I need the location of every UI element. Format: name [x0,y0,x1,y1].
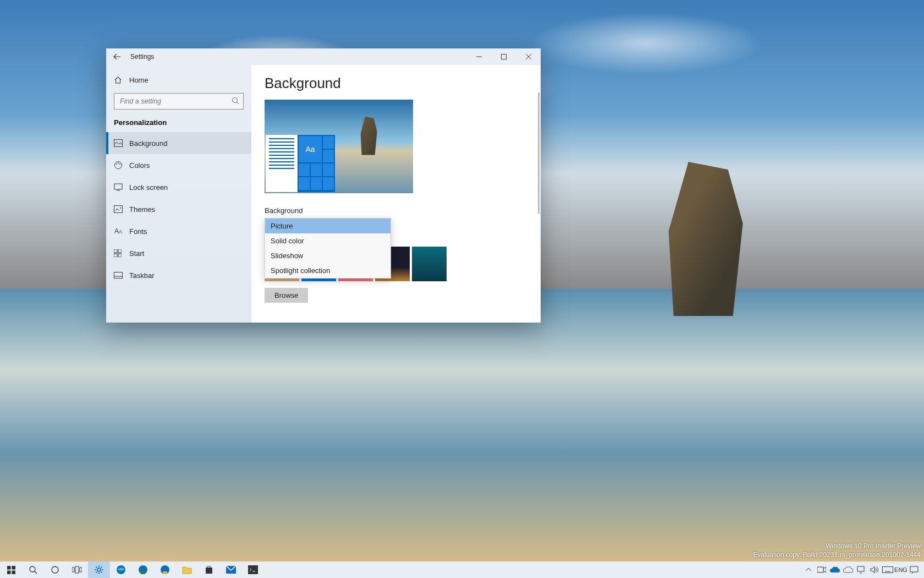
svg-point-7 [118,162,119,163]
background-preview: Aa [265,100,413,193]
sidebar-item-start[interactable]: Start [106,242,251,264]
back-button[interactable] [106,48,128,65]
fonts-icon: AA [114,227,123,235]
tray-network[interactable] [855,561,868,578]
edge-dev-icon [138,565,148,575]
background-dropdown-open[interactable]: Picture Solid color Slideshow Spotlight … [265,218,391,279]
task-view-button[interactable] [66,561,88,578]
watermark-line2: Evaluation copy. Build 20231.rs_prerelea… [753,550,921,559]
picture-icon [114,139,123,147]
volume-icon [870,566,879,574]
cortana-button[interactable] [44,561,66,578]
scrollbar[interactable] [538,92,540,214]
dropdown-option-picture[interactable]: Picture [265,219,391,233]
store-icon [205,565,213,574]
svg-line-3 [237,102,239,105]
sample-text-tile: Aa [299,136,322,162]
watermark-line1: Windows 10 Pro Insider Preview [753,542,921,550]
browse-button[interactable]: Browse [265,288,308,303]
picture-thumb-5[interactable] [412,247,447,281]
windows-logo-icon [7,566,15,574]
svg-rect-36 [248,565,258,574]
maximize-button[interactable] [491,48,516,65]
svg-point-24 [52,566,58,573]
gear-icon [94,565,104,575]
search-input[interactable] [114,93,244,110]
svg-rect-27 [80,568,82,572]
sidebar-item-label: Lock screen [129,183,168,192]
settings-window: Settings Home Personalization Background [106,48,541,323]
start-grid-icon [114,249,123,257]
sidebar-item-colors[interactable]: Colors [106,154,251,176]
svg-rect-12 [114,249,117,253]
svg-rect-33 [163,571,167,574]
sidebar-item-taskbar[interactable]: Taskbar [106,264,251,286]
dropdown-option-spotlight[interactable]: Spotlight collection [265,263,391,278]
task-view-icon [72,566,82,574]
preview-tiles: Aa [298,135,335,192]
minimize-button[interactable] [466,48,491,65]
taskbar-app-terminal[interactable] [242,561,264,578]
dropdown-option-slideshow[interactable]: Slideshow [265,248,391,263]
home-label: Home [129,76,148,84]
svg-rect-1 [501,54,506,59]
sidebar-item-label: Themes [129,205,155,214]
taskbar-app-edge-canary[interactable] [154,561,176,578]
svg-rect-38 [857,566,864,571]
mail-icon [226,566,236,574]
tray-overflow[interactable] [802,561,815,578]
svg-rect-40 [883,567,893,573]
taskbar-app-edge-dev[interactable] [132,561,154,578]
svg-point-6 [116,163,117,165]
tray-language[interactable]: ENG [894,561,908,578]
svg-point-22 [30,566,35,572]
svg-rect-11 [114,206,123,213]
taskbar-app-mail[interactable] [220,561,242,578]
dropdown-option-solid[interactable]: Solid color [265,233,391,248]
tray-onedrive-2[interactable] [842,561,855,578]
taskbar-app-store[interactable] [198,561,220,578]
sidebar-item-label: Taskbar [129,271,155,280]
preview-rock [359,117,381,155]
network-icon [857,566,866,574]
sidebar-item-fonts[interactable]: AA Fonts [106,220,251,242]
sidebar-item-label: Fonts [129,227,147,236]
preview-lines [266,135,298,192]
window-title: Settings [130,53,154,61]
svg-rect-26 [75,566,79,573]
svg-rect-25 [72,568,74,572]
svg-rect-20 [7,570,11,574]
taskbar: ENG [0,561,924,578]
taskbar-app-edge[interactable] [110,561,132,578]
tray-keyboard[interactable] [881,561,894,578]
cloud-icon [843,566,853,573]
taskbar-search-button[interactable] [22,561,44,578]
svg-rect-21 [12,570,15,574]
tray-meet-now[interactable] [815,561,828,578]
watermark: Windows 10 Pro Insider Preview Evaluatio… [753,542,921,559]
sidebar-item-label: Colors [129,161,150,170]
search-icon [232,97,239,105]
taskbar-app-settings[interactable] [88,561,110,578]
sidebar-item-background[interactable]: Background [106,132,251,154]
tray-action-center[interactable] [908,561,921,578]
close-button[interactable] [516,48,541,65]
svg-rect-15 [118,254,122,257]
sidebar-item-lockscreen[interactable]: Lock screen [106,176,251,198]
sidebar-home[interactable]: Home [106,72,251,89]
sidebar-item-themes[interactable]: Themes [106,198,251,220]
svg-point-2 [233,98,238,103]
taskbar-app-explorer[interactable] [176,561,198,578]
start-button[interactable] [0,561,22,578]
desktop-water [0,289,924,561]
tray-onedrive[interactable] [828,561,842,578]
window-controls [466,48,541,65]
svg-line-23 [35,571,37,574]
tray-volume[interactable] [868,561,881,578]
search-icon [29,565,37,574]
themes-icon [114,205,123,213]
svg-rect-16 [114,272,123,279]
svg-rect-37 [817,567,823,572]
cloud-icon [830,566,840,573]
cortana-icon [51,565,59,574]
